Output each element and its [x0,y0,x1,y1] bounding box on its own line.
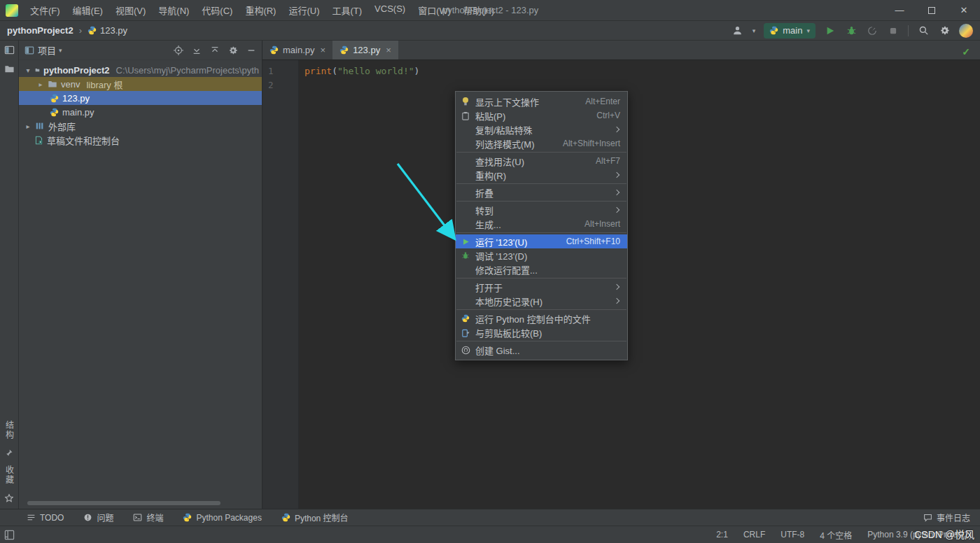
locate-target-icon[interactable] [174,45,183,55]
empty-icon-slot [460,218,471,230]
menu-edit[interactable]: 编辑(E) [66,0,109,21]
menu-separator [456,341,626,341]
settings-gear-button[interactable] [938,24,951,37]
breadcrumb-file-label: 123.py [100,25,127,36]
pin-icon[interactable] [5,449,13,457]
menu-item-open-in[interactable]: 打开于 [456,280,627,294]
toolwindow-event-log[interactable]: 事件日志 [923,512,970,523]
menu-item-column-selection-mode[interactable]: 列选择模式(M) Alt+Shift+Insert [456,136,627,150]
run-button[interactable] [824,24,836,37]
profile-avatar[interactable] [959,24,973,38]
breadcrumb-project[interactable]: pythonProject2 [7,25,74,36]
tree-row-venv[interactable]: ▸ venv library 根 [19,77,262,91]
tool-stripe-favorites[interactable]: 收藏 [4,465,15,485]
tree-row-123-py[interactable]: 123.py [19,91,262,105]
collapse-all-icon[interactable] [192,45,202,55]
project-tool-window: 项目 ▾ ▾ pythonProject2 C:\Users\myj\Pycha… [19,41,262,509]
menu-file[interactable]: 文件(F) [24,0,66,21]
project-panel-title[interactable]: 项目 ▾ [38,43,62,57]
menu-item-goto[interactable]: 转到 [456,203,627,217]
menu-item-label: 运行 '123'(U) [475,235,527,248]
coverage-button[interactable] [866,24,878,37]
menu-run[interactable]: 运行(U) [282,0,326,21]
panel-settings-gear-icon[interactable] [228,45,238,55]
menu-item-generate[interactable]: 生成... Alt+Insert [456,217,627,231]
menu-item-show-context-actions[interactable]: 显示上下文操作 Alt+Enter [456,94,627,108]
status-bar: 2:1 CRLF UTF-8 4 个空格 Python 3.9 (pythonP… [0,526,980,543]
tab-123-py[interactable]: 123.py × [332,41,398,59]
menu-item-compare-with-clipboard[interactable]: 与剪贴板比较(B) [456,325,627,339]
event-log-icon [923,513,932,522]
menu-item-run-file-in-python-console[interactable]: 运行 Python 控制台中的文件 [456,311,627,325]
menu-item-paste[interactable]: 粘贴(P) Ctrl+V [456,108,627,122]
editor-tab-bar: main.py × 123.py × [262,41,980,60]
python-icon [281,513,290,522]
toolwindow-problems[interactable]: 问题 [83,512,113,523]
close-button[interactable]: ✕ [948,0,980,21]
encoding-widget[interactable]: UTF-8 [780,530,804,540]
breadcrumb-file[interactable]: 123.py [88,25,127,36]
folder-stripe-icon[interactable] [4,64,15,74]
menu-item-create-gist[interactable]: 创建 Gist... [456,343,627,357]
line-number: 1 [268,64,298,78]
user-dropdown-caret-icon[interactable]: ▾ [752,27,756,34]
project-stripe-icon[interactable] [4,45,15,55]
run-configuration-selector[interactable]: main ▾ [764,23,816,38]
tree-item-label: pythonProject2 [43,65,110,76]
tab-close-icon[interactable]: × [321,45,326,55]
github-icon [460,344,471,355]
editor-context-menu: 显示上下文操作 Alt+Enter 粘贴(P) Ctrl+V 复制/粘贴特殊 列… [455,91,628,360]
debug-button[interactable] [845,24,858,37]
menu-item-run-123[interactable]: 运行 '123'(U) Ctrl+Shift+F10 [456,234,627,248]
menu-navigate[interactable]: 导航(N) [152,0,195,21]
code-content[interactable]: print("hello world!") [299,60,980,509]
menu-item-shortcut: Ctrl+Shift+F10 [566,237,620,246]
stop-button[interactable] [887,24,899,37]
tool-stripe-structure[interactable]: 结构 [4,421,15,440]
navigation-bar: pythonProject2 › 123.py ▾ main ▾ [0,21,980,41]
window-layout-icon[interactable] [4,530,15,540]
caret-position-widget[interactable]: 2:1 [716,530,728,540]
menu-item-find-usages[interactable]: 查找用法(U) Alt+F7 [456,154,627,168]
menu-item-local-history[interactable]: 本地历史记录(H) [456,294,627,308]
menu-item-modify-run-configuration[interactable]: 修改运行配置... [456,262,627,276]
empty-icon-slot [460,295,471,306]
user-icon[interactable] [732,24,744,37]
minimize-button[interactable]: — [883,0,916,21]
indent-widget[interactable]: 4 个空格 [820,529,852,541]
toolwindow-todo[interactable]: TODO [27,513,64,523]
tab-close-icon[interactable]: × [386,45,391,55]
expander-closed-icon[interactable]: ▸ [24,122,31,130]
menu-vcs[interactable]: VCS(S) [368,0,412,21]
menu-view[interactable]: 视图(V) [109,0,152,21]
menu-refactor[interactable]: 重构(R) [239,0,282,21]
project-horizontal-scrollbar[interactable] [27,501,220,505]
menu-tools[interactable]: 工具(T) [326,0,368,21]
toolwindow-python-packages[interactable]: Python Packages [183,513,261,523]
hide-panel-icon[interactable] [246,45,256,55]
expand-selection-icon[interactable] [210,45,220,55]
menu-item-debug-123[interactable]: 调试 '123'(D) [456,248,627,262]
tab-main-py[interactable]: main.py × [262,41,332,59]
expander-open-icon[interactable]: ▾ [24,66,31,74]
compare-clipboard-icon [460,327,471,338]
tree-row-project-root[interactable]: ▾ pythonProject2 C:\Users\myj\PycharmPro… [19,63,262,77]
line-separator-widget[interactable]: CRLF [743,530,765,540]
tree-row-main-py[interactable]: main.py [19,105,262,119]
empty-icon-slot [460,281,471,292]
code-token-string: "hello world!" [337,66,414,76]
toolwindow-terminal[interactable]: 终端 [133,512,163,523]
toolwindow-python-console[interactable]: Python 控制台 [281,512,349,523]
star-icon[interactable] [4,493,14,503]
tree-row-external-libraries[interactable]: ▸ 外部库 [19,119,262,133]
inspections-ok-icon[interactable]: ✓ [962,46,970,57]
menu-code[interactable]: 代码(C) [195,0,239,21]
tree-row-scratches[interactable]: 草稿文件和控制台 [19,133,262,147]
search-everywhere-button[interactable] [917,24,930,37]
tab-label: 123.py [353,45,380,55]
menu-item-folding[interactable]: 折叠 [456,185,627,199]
menu-item-refactor[interactable]: 重构(R) [456,168,627,182]
maximize-button[interactable] [916,0,948,21]
expander-closed-icon[interactable]: ▸ [37,80,44,88]
menu-item-copy-paste-special[interactable]: 复制/粘贴特殊 [456,122,627,136]
